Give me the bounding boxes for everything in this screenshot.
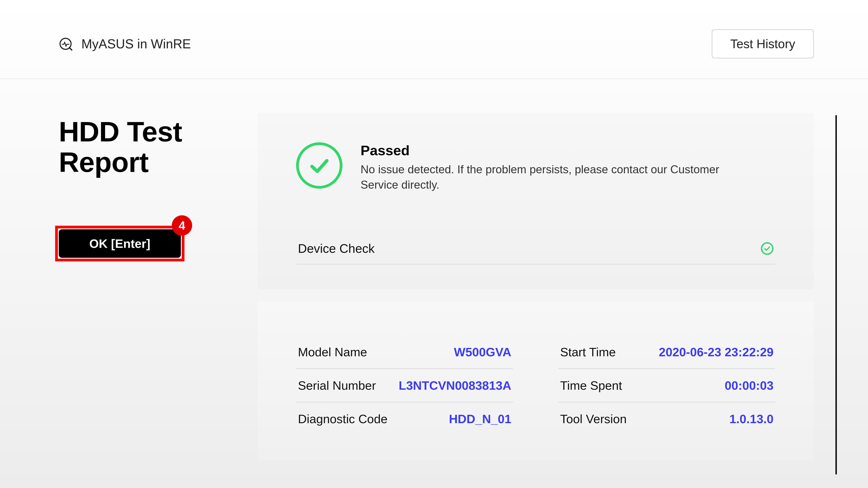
info-value: 1.0.13.0 (730, 412, 774, 426)
check-item-status-icon (761, 242, 774, 255)
info-value: 00:00:03 (725, 379, 774, 392)
info-card: Model Name W500GVA Serial Number L3NTCVN… (258, 302, 814, 460)
result-card: Passed No issue detected. If the problem… (258, 113, 814, 289)
check-item-row: Device Check (296, 233, 775, 264)
info-label: Tool Version (560, 412, 627, 426)
info-label: Diagnostic Code (298, 412, 388, 426)
result-row: Passed No issue detected. If the problem… (296, 142, 775, 193)
info-row: Time Spent 00:00:03 (558, 369, 775, 402)
left-column: HDD Test Report 4 OK [Enter] (59, 113, 258, 460)
header: MyASUS in WinRE Test History (0, 0, 868, 79)
test-history-button[interactable]: Test History (712, 29, 814, 58)
info-value: L3NTCVN0083813A (399, 379, 511, 392)
result-description: No issue detected. If the problem persis… (361, 162, 745, 193)
info-column-right: Start Time 2020-06-23 23:22:29 Time Spen… (558, 335, 775, 435)
app-title: MyASUS in WinRE (81, 36, 191, 51)
info-value: HDD_N_01 (449, 412, 511, 426)
result-title: Passed (361, 142, 745, 158)
info-row: Model Name W500GVA (296, 335, 513, 369)
header-left: MyASUS in WinRE (59, 36, 191, 51)
main: HDD Test Report 4 OK [Enter] Passed No i… (0, 79, 868, 460)
ok-button-wrapper: 4 OK [Enter] (59, 229, 181, 258)
result-text: Passed No issue detected. If the problem… (361, 142, 745, 193)
svg-line-1 (69, 48, 72, 50)
info-row: Start Time 2020-06-23 23:22:29 (558, 335, 775, 369)
passed-check-icon (296, 142, 342, 189)
info-grid: Model Name W500GVA Serial Number L3NTCVN… (296, 335, 775, 435)
right-column: Passed No issue detected. If the problem… (258, 113, 814, 460)
info-row: Serial Number L3NTCVN0083813A (296, 369, 513, 402)
info-value: 2020-06-23 23:22:29 (659, 345, 774, 359)
info-label: Model Name (298, 345, 367, 359)
check-item-label: Device Check (298, 241, 375, 256)
page-title: HDD Test Report (59, 116, 258, 177)
app-icon (59, 37, 72, 51)
step-badge: 4 (172, 215, 192, 236)
info-label: Time Spent (560, 379, 622, 392)
info-row: Diagnostic Code HDD_N_01 (296, 402, 513, 435)
info-label: Serial Number (298, 379, 376, 392)
ok-button[interactable]: OK [Enter] (59, 229, 181, 258)
info-label: Start Time (560, 345, 616, 359)
info-row: Tool Version 1.0.13.0 (558, 402, 775, 435)
scrollbar-indicator[interactable] (835, 115, 837, 475)
info-value: W500GVA (454, 345, 511, 359)
info-column-left: Model Name W500GVA Serial Number L3NTCVN… (296, 335, 513, 435)
